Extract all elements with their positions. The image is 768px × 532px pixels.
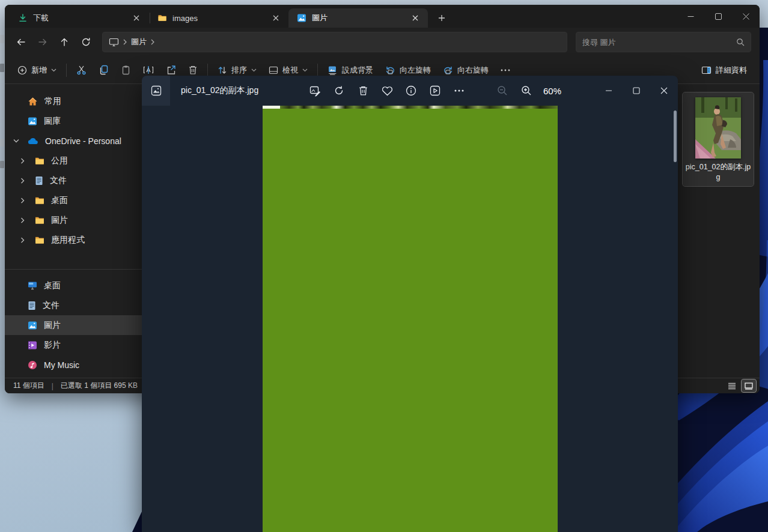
tab-label: images <box>172 14 264 23</box>
zoom-level: 60% <box>543 86 561 96</box>
cut-button[interactable] <box>71 60 92 80</box>
plus-circle-icon <box>17 65 27 75</box>
this-pc-icon <box>109 38 119 47</box>
paste-icon <box>121 65 131 75</box>
sort-label: 排序 <box>231 65 247 76</box>
tab-images[interactable]: images <box>149 8 288 28</box>
favorite-button[interactable] <box>375 79 399 103</box>
explorer-tab-bar: 下載 images 圖片 <box>5 5 760 28</box>
viewer-scrollbar[interactable] <box>674 110 677 162</box>
folder-icon <box>157 13 167 23</box>
sidebar-label: 桌面 <box>51 195 68 206</box>
paste-button[interactable] <box>115 60 136 80</box>
info-button[interactable] <box>399 79 423 103</box>
sidebar-item-home[interactable]: 常用 <box>5 91 142 111</box>
maximize-button[interactable] <box>623 76 650 106</box>
back-button[interactable] <box>11 32 31 52</box>
sidebar-item-videos[interactable]: 影片 <box>5 335 142 355</box>
slideshow-button[interactable] <box>423 79 447 103</box>
desktop-icon <box>28 281 37 290</box>
file-item-selected[interactable]: pic_01_02的副本.jpg <box>683 92 754 186</box>
explorer-window-controls <box>677 5 760 28</box>
photos-app-icon[interactable] <box>142 76 170 106</box>
forward-button[interactable] <box>32 32 53 52</box>
left-edge-window-fragment <box>0 139 4 147</box>
arrow-up-icon <box>59 37 69 47</box>
selection-info: 已選取 1 個項目 695 KB <box>61 381 138 391</box>
sidebar-divider <box>5 269 142 270</box>
chevron-right-icon[interactable] <box>20 217 28 223</box>
sidebar-item-desktop[interactable]: 桌面 <box>5 276 142 295</box>
file-thumbnail <box>695 97 741 159</box>
new-label: 新增 <box>31 65 47 76</box>
details-pane-button[interactable]: 詳細資料 <box>696 60 752 80</box>
toolbar-separator <box>207 64 208 77</box>
new-tab-button[interactable] <box>433 9 451 27</box>
tab-pictures[interactable]: 圖片 <box>288 8 428 28</box>
rotate-left-icon <box>385 65 395 75</box>
maximize-button[interactable] <box>704 5 732 28</box>
zoom-out-button[interactable] <box>490 79 514 103</box>
breadcrumb-item-pictures[interactable]: 圖片 <box>131 37 147 47</box>
edit-image-icon <box>309 85 321 97</box>
minimize-button[interactable] <box>595 76 623 106</box>
close-tab-icon[interactable] <box>409 11 422 25</box>
photo-image[interactable] <box>263 106 558 532</box>
rotate-button[interactable] <box>327 79 351 103</box>
chevron-right-icon[interactable] <box>20 198 28 204</box>
rotate-right-label: 向右旋轉 <box>457 65 489 76</box>
copy-button[interactable] <box>93 60 114 80</box>
search-input[interactable] <box>582 38 736 47</box>
up-button[interactable] <box>54 32 75 52</box>
sidebar-item-onedrive-desktop[interactable]: 桌面 <box>5 190 142 210</box>
refresh-icon <box>81 37 91 47</box>
photo-app-glyph-icon <box>151 85 162 96</box>
breadcrumb[interactable]: 圖片 <box>102 32 567 52</box>
sidebar-label: 圖庫 <box>44 116 61 127</box>
left-edge-window-fragment <box>0 64 4 72</box>
details-view-toggle[interactable] <box>725 379 739 392</box>
sidebar-item-onedrive[interactable]: OneDrive - Personal <box>5 131 142 151</box>
sidebar-item-onedrive-pictures[interactable]: 圖片 <box>5 210 142 230</box>
sidebar-item-onedrive-documents[interactable]: 文件 <box>5 171 142 190</box>
new-button[interactable]: 新增 <box>12 60 62 80</box>
chevron-right-icon[interactable] <box>20 158 28 164</box>
thumbnail-view-toggle[interactable] <box>742 379 756 392</box>
left-edge-window-fragment <box>0 35 4 43</box>
close-button[interactable] <box>650 76 678 106</box>
chevron-down-icon[interactable] <box>13 139 20 143</box>
toolbar-separator <box>66 64 67 77</box>
close-tab-icon[interactable] <box>130 11 143 25</box>
chevron-right-icon[interactable] <box>20 178 28 184</box>
sidebar-label: 文件 <box>43 300 59 311</box>
home-icon <box>28 97 38 106</box>
sidebar-item-gallery[interactable]: 圖庫 <box>5 111 142 131</box>
delete-button[interactable] <box>351 79 375 103</box>
photos-more-button[interactable] <box>447 79 471 103</box>
sidebar-item-my-music[interactable]: My Music <box>5 355 142 375</box>
minimize-button[interactable] <box>677 5 704 28</box>
folder-icon <box>35 216 44 225</box>
close-button[interactable] <box>732 5 760 28</box>
set-background-label: 設成背景 <box>342 65 373 76</box>
sidebar-item-documents[interactable]: 文件 <box>5 295 142 315</box>
download-icon <box>18 13 28 23</box>
sidebar-label: 常用 <box>44 96 61 107</box>
sidebar-item-pictures[interactable]: 圖片 <box>5 315 142 335</box>
edit-image-button[interactable] <box>303 79 327 103</box>
close-tab-icon[interactable] <box>269 11 282 25</box>
chevron-right-icon[interactable] <box>20 237 28 243</box>
sidebar-item-onedrive-apps[interactable]: 應用程式 <box>5 230 142 250</box>
refresh-button[interactable] <box>76 32 96 52</box>
view-toggles <box>725 379 756 392</box>
photos-actions <box>303 79 471 103</box>
tab-downloads[interactable]: 下載 <box>10 8 149 28</box>
sidebar-item-onedrive-public[interactable]: 公用 <box>5 151 142 171</box>
photo-viewer-area[interactable] <box>142 106 678 532</box>
copy-icon <box>99 65 109 75</box>
arrow-left-icon <box>16 37 26 47</box>
document-icon <box>28 301 36 310</box>
zoom-in-button[interactable] <box>514 79 538 103</box>
gallery-icon <box>28 116 37 126</box>
more-icon <box>501 69 510 71</box>
